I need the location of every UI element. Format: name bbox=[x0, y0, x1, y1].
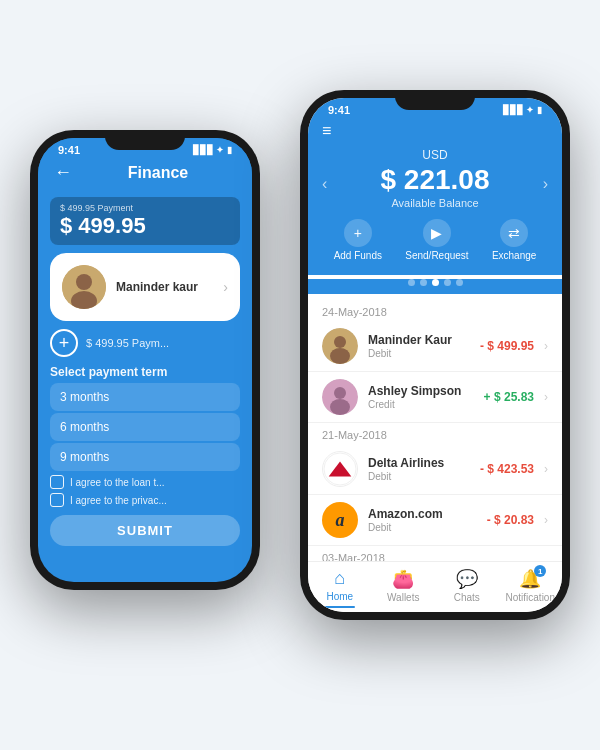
front-status-time: 9:41 bbox=[328, 104, 350, 116]
tab-wallets-label: Wallets bbox=[387, 592, 419, 603]
back-signal-icons: ▊▊▊ ✦ ▮ bbox=[193, 145, 232, 155]
back-phone-screen: 9:41 ▊▊▊ ✦ ▮ ← Finance $ 499.95 Payment … bbox=[38, 138, 252, 582]
tab-chats-label: Chats bbox=[454, 592, 480, 603]
front-phone: 9:41 ▊▊▊ ✦ ▮ ≡ ‹ USD $ 221.08 Available … bbox=[300, 90, 570, 620]
send-request-label: Send/Request bbox=[405, 250, 468, 261]
tx-avatar-delta bbox=[322, 451, 358, 487]
balance-amount: $ 221.08 bbox=[327, 164, 542, 196]
svg-point-5 bbox=[330, 348, 350, 364]
exchange-icon: ⇄ bbox=[500, 219, 528, 247]
header-nav: + Add Funds ▶ Send/Request ⇄ Exchange bbox=[322, 219, 548, 261]
dot-2 bbox=[420, 279, 427, 286]
payment-badge-amount: $ 499.95 bbox=[60, 213, 230, 239]
user-name: Maninder kaur bbox=[116, 280, 213, 294]
wallets-icon: 👛 bbox=[392, 568, 414, 590]
dot-3 bbox=[432, 279, 439, 286]
term-6-months[interactable]: 6 months bbox=[50, 413, 240, 441]
checkbox-privacy-input[interactable] bbox=[50, 493, 64, 507]
chats-icon: 💬 bbox=[456, 568, 478, 590]
card-chevron-icon: › bbox=[223, 279, 228, 295]
date-header-mar03: 03-Mar-2018 bbox=[308, 546, 562, 561]
transaction-list: 24-May-2018 Maninder Kaur Debit - $ 499.… bbox=[308, 300, 562, 561]
svg-point-8 bbox=[330, 399, 350, 415]
tx-amount-delta: - $ 423.53 bbox=[480, 462, 534, 476]
term-9-months[interactable]: 9 months bbox=[50, 443, 240, 471]
date-header-may24: 24-May-2018 bbox=[308, 300, 562, 321]
tx-info-amazon: Amazon.com Debit bbox=[368, 507, 477, 533]
exchange-label: Exchange bbox=[492, 250, 536, 261]
exchange-button[interactable]: ⇄ Exchange bbox=[492, 219, 536, 261]
back-phone: 9:41 ▊▊▊ ✦ ▮ ← Finance $ 499.95 Payment … bbox=[30, 130, 260, 590]
front-header: ≡ ‹ USD $ 221.08 Available Balance › + A… bbox=[308, 118, 562, 275]
tx-type-ashley: Credit bbox=[368, 399, 474, 410]
tx-type-maninder1: Debit bbox=[368, 348, 470, 359]
add-payment-label: $ 499.95 Paym... bbox=[86, 337, 169, 349]
home-icon: ⌂ bbox=[334, 568, 345, 589]
tx-chevron-amazon: › bbox=[544, 513, 548, 527]
tx-name-amazon: Amazon.com bbox=[368, 507, 477, 521]
tx-avatar-maninder1 bbox=[322, 328, 358, 364]
notification-icon: 🔔 1 bbox=[519, 568, 541, 590]
notification-badge: 1 bbox=[534, 565, 546, 577]
tx-info-ashley: Ashley Simpson Credit bbox=[368, 384, 474, 410]
tx-amount-maninder1: - $ 499.95 bbox=[480, 339, 534, 353]
tab-notification[interactable]: 🔔 1 Notification bbox=[499, 568, 563, 608]
tx-maninder-kaur-1[interactable]: Maninder Kaur Debit - $ 499.95 › bbox=[308, 321, 562, 372]
tx-amazon[interactable]: a Amazon.com Debit - $ 20.83 › bbox=[308, 495, 562, 546]
tab-home-indicator bbox=[325, 606, 355, 608]
tx-type-amazon: Debit bbox=[368, 522, 477, 533]
svg-point-1 bbox=[76, 274, 92, 290]
front-signal-icons: ▊▊▊ ✦ ▮ bbox=[503, 105, 542, 115]
back-status-time: 9:41 bbox=[58, 144, 80, 156]
tab-wallets[interactable]: 👛 Wallets bbox=[372, 568, 436, 608]
svg-point-4 bbox=[334, 336, 346, 348]
finance-header: ← Finance bbox=[38, 158, 252, 191]
hamburger-menu-icon[interactable]: ≡ bbox=[322, 122, 548, 140]
tab-bar: ⌂ Home 👛 Wallets 💬 Chats 🔔 1 Notif bbox=[308, 561, 562, 612]
checkbox-loan[interactable]: I agree to the loan t... bbox=[50, 475, 240, 489]
user-card[interactable]: Maninder kaur › bbox=[50, 253, 240, 321]
add-payment-row[interactable]: + $ 499.95 Paym... bbox=[50, 329, 240, 357]
tab-notification-label: Notification bbox=[506, 592, 555, 603]
finance-title: Finance bbox=[80, 164, 236, 182]
dot-5 bbox=[456, 279, 463, 286]
tx-chevron-maninder1: › bbox=[544, 339, 548, 353]
term-3-months[interactable]: 3 months bbox=[50, 383, 240, 411]
tx-chevron-delta: › bbox=[544, 462, 548, 476]
front-phone-screen: 9:41 ▊▊▊ ✦ ▮ ≡ ‹ USD $ 221.08 Available … bbox=[308, 98, 562, 612]
payment-badge-label: $ 499.95 Payment bbox=[60, 203, 230, 213]
checkbox-privacy[interactable]: I agree to the privac... bbox=[50, 493, 240, 507]
date-header-may21: 21-May-2018 bbox=[308, 423, 562, 444]
send-request-icon: ▶ bbox=[423, 219, 451, 247]
tx-chevron-ashley: › bbox=[544, 390, 548, 404]
tx-amount-ashley: + $ 25.83 bbox=[484, 390, 534, 404]
user-avatar bbox=[62, 265, 106, 309]
tab-chats[interactable]: 💬 Chats bbox=[435, 568, 499, 608]
checkbox-privacy-label: I agree to the privac... bbox=[70, 495, 167, 506]
tx-name-maninder1: Maninder Kaur bbox=[368, 333, 470, 347]
add-payment-button[interactable]: + bbox=[50, 329, 78, 357]
select-terms-label: Select payment term bbox=[50, 365, 240, 379]
header-right-chevron-icon[interactable]: › bbox=[543, 175, 548, 193]
back-button-icon[interactable]: ← bbox=[54, 162, 72, 183]
tab-home-label: Home bbox=[326, 591, 353, 602]
add-funds-button[interactable]: + Add Funds bbox=[334, 219, 382, 261]
checkbox-loan-input[interactable] bbox=[50, 475, 64, 489]
send-request-button[interactable]: ▶ Send/Request bbox=[405, 219, 468, 261]
currency-label: USD bbox=[327, 148, 542, 162]
tx-name-delta: Delta Airlines bbox=[368, 456, 470, 470]
add-funds-icon: + bbox=[344, 219, 372, 247]
tx-info-delta: Delta Airlines Debit bbox=[368, 456, 470, 482]
tab-home[interactable]: ⌂ Home bbox=[308, 568, 372, 608]
tx-name-ashley: Ashley Simpson bbox=[368, 384, 474, 398]
tx-amount-amazon: - $ 20.83 bbox=[487, 513, 534, 527]
tx-avatar-ashley bbox=[322, 379, 358, 415]
tx-ashley-simpson[interactable]: Ashley Simpson Credit + $ 25.83 › bbox=[308, 372, 562, 423]
dot-1 bbox=[408, 279, 415, 286]
tx-type-delta: Debit bbox=[368, 471, 470, 482]
add-funds-label: Add Funds bbox=[334, 250, 382, 261]
submit-button[interactable]: SUBMIT bbox=[50, 515, 240, 546]
pagination-dots bbox=[308, 279, 562, 294]
tx-avatar-amazon: a bbox=[322, 502, 358, 538]
tx-delta-airlines[interactable]: Delta Airlines Debit - $ 423.53 › bbox=[308, 444, 562, 495]
